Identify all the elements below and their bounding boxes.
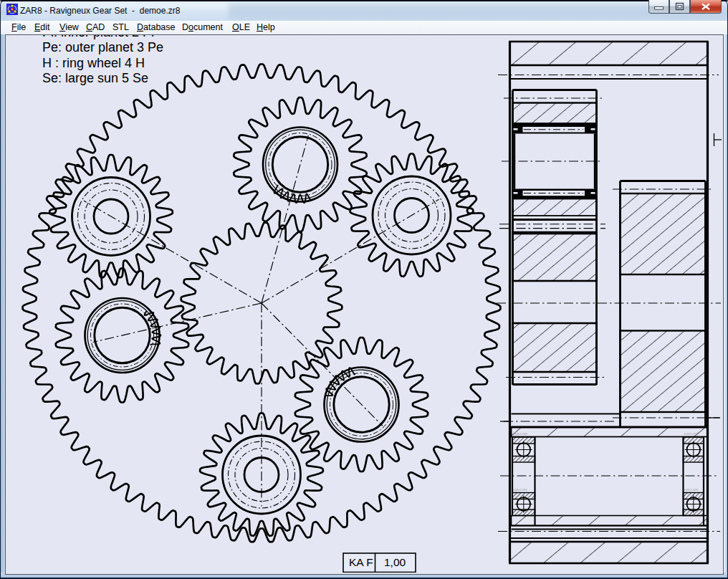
svg-text:Se: large sun 5 Se: Se: large sun 5 Se bbox=[42, 71, 148, 85]
svg-text:1,00: 1,00 bbox=[384, 556, 406, 568]
svg-text:Pe: outer planet 3 Pe: Pe: outer planet 3 Pe bbox=[42, 40, 163, 54]
svg-text:KA F: KA F bbox=[349, 556, 373, 568]
svg-text:61807.2RS: 61807.2RS bbox=[513, 488, 527, 492]
svg-text:Pi: inner planet 2 Pi: Pi: inner planet 2 Pi bbox=[42, 25, 154, 39]
svg-text:61807.2RS: 61807.2RS bbox=[684, 488, 699, 492]
svg-text:61807.2RS: 61807.2RS bbox=[513, 432, 527, 436]
svg-text:61807.2RS: 61807.2RS bbox=[684, 432, 699, 436]
svg-text:H : ring wheel 4 H: H : ring wheel 4 H bbox=[42, 56, 145, 70]
